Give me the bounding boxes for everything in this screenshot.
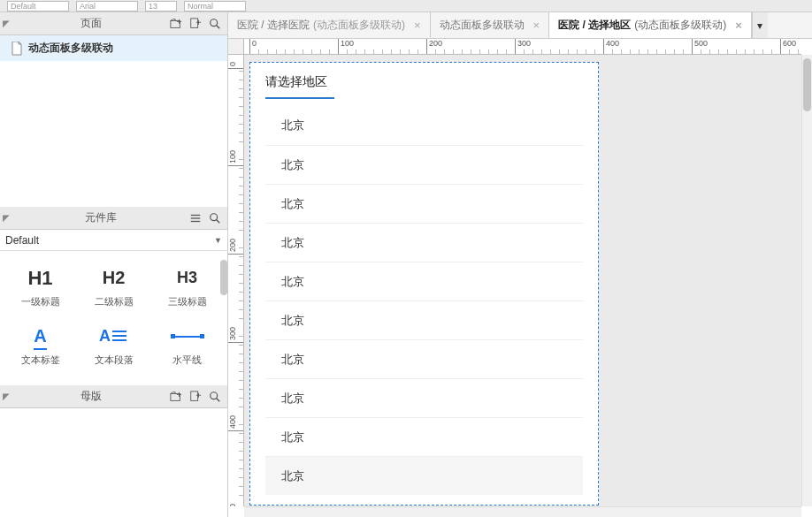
svg-point-6 (211, 19, 218, 26)
hrule-glyph (172, 322, 203, 352)
add-folder-icon[interactable] (169, 17, 183, 31)
close-icon[interactable]: × (533, 19, 540, 32)
masters-panel-title: 母版 (12, 389, 169, 404)
chevron-down-icon: ▼ (214, 236, 222, 245)
search-icon[interactable] (208, 211, 222, 225)
region-option[interactable]: 北京 (265, 262, 583, 300)
region-header: 请选择地区 (249, 62, 599, 104)
tabs-scroll-right[interactable]: ▾ (752, 12, 768, 38)
add-folder-icon[interactable] (169, 390, 183, 404)
style-combo[interactable]: Default (7, 1, 69, 11)
widget-alabel[interactable]: A文本标签 (4, 315, 77, 373)
app-top-toolbar: Default Arial 13 Normal (0, 0, 812, 12)
svg-point-11 (211, 213, 218, 220)
pages-panel-title: 页面 (12, 16, 169, 31)
page-icon (11, 42, 23, 56)
region-option[interactable]: 北京 (265, 339, 583, 378)
add-page-icon[interactable] (188, 17, 203, 31)
canvas-scrollbar-horizontal[interactable] (244, 506, 801, 517)
heading-glyph: H1 (27, 263, 52, 293)
paragraph-glyph: A (99, 322, 128, 352)
library-scrollbar[interactable] (220, 260, 227, 295)
widget-library: H1一级标题H2二级标题H3三级标题A文本标签A文本段落水平线 (0, 251, 227, 385)
canvas-scrollbar-vertical[interactable] (801, 55, 812, 506)
editor-tabs: 医院 / 选择医院(动态面板多级联动)×动态面板多级联动×医院 / 选择地区(动… (228, 12, 812, 39)
region-option-list: 北京北京北京北京北京北京北京北京北京北京 (249, 104, 599, 504)
library-selector-label: Default (5, 234, 211, 247)
widget-label: 三级标题 (168, 295, 207, 308)
collapse-icon[interactable]: ◤ (0, 17, 12, 31)
tab-sublabel: (动态面板多级联动) (634, 18, 726, 33)
editor-tab[interactable]: 动态面板多级联动× (431, 12, 550, 38)
region-option[interactable]: 北京 (265, 106, 583, 145)
masters-tree (0, 408, 227, 517)
svg-rect-3 (191, 18, 198, 27)
ruler-vertical[interactable]: 0100200300400500 (228, 55, 244, 506)
add-master-icon[interactable] (188, 390, 203, 404)
collapse-icon[interactable]: ◤ (0, 211, 12, 225)
widget-h3[interactable]: H3三级标题 (150, 256, 224, 315)
library-panel-header: ◤ 元件库 (0, 207, 227, 230)
region-underline (265, 97, 334, 99)
widget-label: 水平线 (172, 354, 202, 367)
widget-h2[interactable]: H2二级标题 (77, 256, 150, 315)
page-item[interactable]: 动态面板多级联动 (0, 35, 227, 61)
weight-combo[interactable]: Normal (184, 1, 246, 11)
editor-tab[interactable]: 医院 / 选择医院(动态面板多级联动)× (228, 12, 431, 38)
ruler-horizontal[interactable]: 0100200300400500600 (244, 39, 801, 55)
masters-panel-header: ◤ 母版 (0, 385, 227, 408)
region-option[interactable]: 北京 (265, 145, 583, 184)
heading-glyph: H2 (103, 263, 126, 293)
svg-line-23 (217, 398, 220, 401)
library-menu-icon[interactable] (188, 211, 203, 225)
widget-label: 文本标签 (21, 354, 60, 367)
region-option[interactable]: 北京 (265, 417, 583, 456)
svg-line-12 (217, 219, 220, 223)
ruler-corner (228, 39, 244, 55)
close-icon[interactable]: × (735, 19, 742, 32)
close-icon[interactable]: × (414, 19, 421, 32)
region-option[interactable]: 北京 (265, 223, 583, 262)
svg-line-7 (217, 25, 220, 28)
dynamic-panel[interactable]: 请选择地区 北京北京北京北京北京北京北京北京北京北京 (249, 62, 599, 506)
widget-apara[interactable]: A文本段落 (77, 315, 150, 373)
tab-label: 动态面板多级联动 (440, 18, 525, 33)
search-icon[interactable] (208, 390, 222, 404)
region-option[interactable]: 北京 (265, 300, 583, 339)
page-item-label: 动态面板多级联动 (28, 41, 113, 56)
tab-label: 医院 / 选择地区 (558, 18, 631, 33)
library-selector[interactable]: Default ▼ (0, 230, 227, 251)
search-icon[interactable] (208, 17, 222, 31)
widget-label: 文本段落 (95, 354, 134, 367)
tab-label: 医院 / 选择医院 (237, 18, 310, 33)
library-panel-title: 元件库 (12, 210, 188, 225)
left-sidebar: ◤ 页面 动态面板多级联动 ◤ 元件库 Default ▼ (0, 12, 228, 517)
canvas-viewport[interactable]: 请选择地区 北京北京北京北京北京北京北京北京北京北京 (244, 55, 801, 506)
editor-area: 医院 / 选择医院(动态面板多级联动)×动态面板多级联动×医院 / 选择地区(动… (228, 12, 812, 517)
region-title: 请选择地区 (265, 74, 327, 95)
widget-h1[interactable]: H1一级标题 (4, 256, 77, 315)
fontsize-combo[interactable]: 13 (145, 1, 177, 11)
collapse-icon[interactable]: ◤ (0, 390, 12, 404)
widget-hrule[interactable]: 水平线 (150, 315, 224, 373)
font-combo[interactable]: Arial (76, 1, 138, 11)
svg-rect-19 (191, 391, 198, 400)
region-option[interactable]: 北京 (265, 456, 583, 495)
heading-glyph: H3 (177, 263, 197, 293)
text-label-glyph: A (34, 322, 46, 352)
pages-panel-header: ◤ 页面 (0, 12, 227, 35)
region-option[interactable]: 北京 (265, 378, 583, 417)
widget-label: 一级标题 (21, 295, 60, 308)
widget-label: 二级标题 (95, 295, 134, 308)
svg-point-22 (211, 392, 218, 399)
editor-tab[interactable]: 医院 / 选择地区(动态面板多级联动)× (549, 12, 752, 38)
region-option[interactable]: 北京 (265, 184, 583, 223)
tab-sublabel: (动态面板多级联动) (313, 18, 405, 33)
pages-tree: 动态面板多级联动 (0, 35, 227, 207)
